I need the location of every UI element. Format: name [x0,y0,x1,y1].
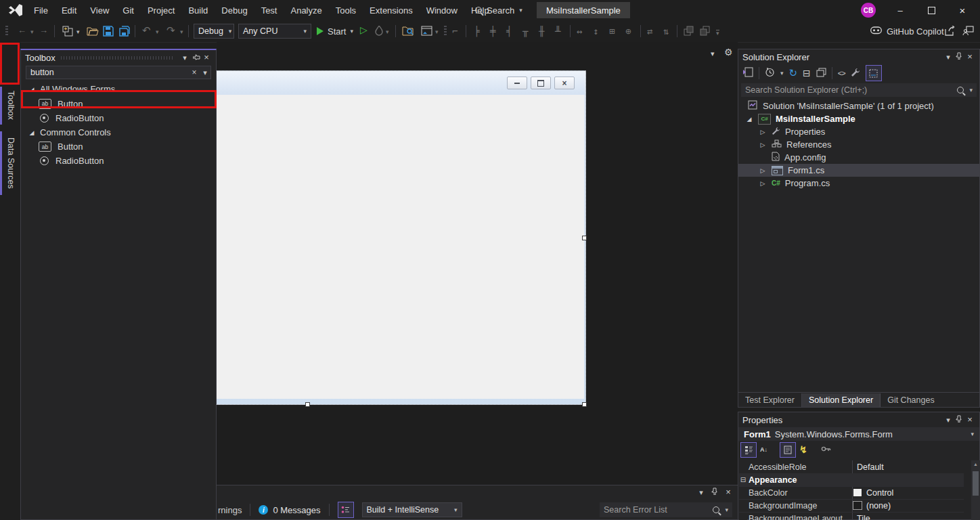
close-button[interactable]: × [947,0,978,20]
toolbox-group-common-controls[interactable]: ◢ Common Controls [21,125,216,139]
feedback-icon[interactable] [962,26,974,38]
save-icon[interactable] [103,26,114,39]
toolbox-item-button-2[interactable]: ab Button [21,139,216,154]
toolbox-header[interactable]: Toolbox ▾ × [21,50,216,65]
menu-debug[interactable]: Debug [215,5,254,16]
make-same-width-icon[interactable]: ↔ [577,26,582,37]
solution-explorer-search-input[interactable] [741,85,957,95]
undo-icon[interactable]: ↶ [142,24,151,37]
align-tops-icon[interactable]: ╥ [522,26,528,37]
align-middles-icon[interactable]: ╫ [539,26,544,37]
property-row-backcolor[interactable]: BackColor Control [739,486,964,500]
error-list-filter-dropdown[interactable]: Build + IntelliSense ▾ [362,502,462,517]
configuration-dropdown[interactable]: Debug ▾ [194,24,234,39]
menu-extensions[interactable]: Extensions [363,5,420,16]
properties-object-dropdown[interactable]: Form1 System.Windows.Forms.Form ▾ [738,427,979,441]
error-list-search-input[interactable] [600,505,713,515]
properties-wrench-icon[interactable] [851,68,860,79]
new-project-icon[interactable] [62,26,74,39]
toolbox-item-radiobutton[interactable]: RadioButton [21,111,216,125]
category-collapse-icon[interactable]: ⊟ [739,476,747,483]
new-project-chevron-icon[interactable]: ▾ [76,29,80,35]
document-title-box[interactable]: MsiInstallerSample [537,2,630,18]
resize-handle-right-middle[interactable] [582,236,587,240]
menu-project[interactable]: Project [141,5,181,16]
navigate-back-icon[interactable]: ← [18,25,26,35]
toolbar-grip[interactable] [5,26,8,37]
solution-explorer-header[interactable]: Solution Explorer ▾ × [738,49,979,64]
scrollbar-thumb[interactable] [973,471,979,496]
pin-icon[interactable] [954,51,964,62]
property-pages-button[interactable] [821,445,831,455]
document-well-settings-icon[interactable]: ⚙ [724,47,733,58]
messages-button-label[interactable]: 0 Messages [273,505,320,515]
form-title-bar[interactable]: × [217,71,585,95]
toolbox-item-button[interactable]: ab Button [21,96,216,111]
close-icon[interactable]: × [723,487,734,498]
minimize-button[interactable]: – [885,0,916,20]
property-value[interactable]: Control [866,488,893,498]
menu-tools[interactable]: Tools [329,5,363,16]
properties-header[interactable]: Properties ▾ × [738,412,979,427]
events-button[interactable]: ↯ [799,444,807,455]
form-close-button[interactable]: × [554,77,575,89]
menu-view[interactable]: View [83,5,116,16]
error-list-menu-icon[interactable]: ▾ [696,487,707,498]
show-all-files-button[interactable] [866,65,882,81]
property-row-backgroundimagelayout[interactable]: BackgroundImageLayout Tile [739,512,964,520]
property-value[interactable]: (none) [866,501,891,511]
toolbox-search[interactable]: × ▾ [26,66,211,79]
property-category-appearance[interactable]: ⊟ Appearance [739,473,964,487]
tab-git-changes[interactable]: Git Changes [881,393,941,407]
tree-row-form1[interactable]: ▷ Form1.cs [738,164,979,177]
align-centers-icon[interactable]: ╪ [490,26,495,37]
close-icon[interactable]: × [964,51,975,62]
navigate-forward-icon[interactable]: → [39,25,48,35]
make-same-height-icon[interactable]: ↕ [593,26,598,37]
redo-chevron-icon[interactable]: ▾ [180,29,183,35]
titlebar-search[interactable]: Search ▾ [475,0,522,20]
find-in-files-icon[interactable] [402,26,414,38]
collapse-all-icon[interactable]: ⊟ [803,68,811,79]
github-copilot-button[interactable]: GitHub Copilot [870,23,944,39]
pin-icon[interactable] [954,414,964,425]
pin-icon[interactable] [190,52,201,63]
toolbox-item-radiobutton-2[interactable]: RadioButton [21,154,216,168]
tree-row-properties[interactable]: ▷ Properties [738,125,979,138]
menu-window[interactable]: Window [420,5,464,16]
scrollbar-up-icon[interactable]: ▲ [973,462,978,467]
pending-changes-filter-icon[interactable] [765,67,775,79]
align-lefts-icon[interactable]: ╞ [474,26,479,37]
tree-row-references[interactable]: ▷ References [738,138,979,151]
menu-analyze[interactable]: Analyze [284,5,328,16]
designed-form[interactable]: × [217,70,586,405]
document-well-dropdown-icon[interactable]: ▾ [711,50,715,58]
menu-test[interactable]: Test [254,5,284,16]
warnings-button-label[interactable]: rnings [218,505,242,515]
maximize-button[interactable] [916,0,947,20]
menu-file[interactable]: File [27,5,55,16]
align-bottoms-icon[interactable]: ╨ [555,26,560,37]
sidebar-tab-toolbox[interactable]: Toolbox [0,87,20,125]
vertical-spacing-icon[interactable]: ⇅ [663,26,669,37]
preview-chevron-icon[interactable]: ▾ [435,29,439,35]
align-rights-icon[interactable]: ╡ [506,26,512,37]
filter-chevron-icon[interactable]: ▾ [780,70,784,77]
solution-explorer-menu-icon[interactable]: ▾ [943,51,954,62]
form-client-area[interactable] [217,95,584,399]
resize-handle-bottom-center[interactable] [305,402,310,407]
tree-row-app-config[interactable]: App.config [738,151,979,164]
property-value[interactable]: Tile [857,514,870,520]
sidebar-tab-data-sources[interactable]: Data Sources [0,131,20,195]
properties-menu-icon[interactable]: ▾ [943,414,954,425]
tree-row-program[interactable]: ▷ C# Program.cs [738,177,979,190]
share-icon[interactable] [945,26,956,38]
property-value[interactable]: Default [857,462,884,472]
menu-build[interactable]: Build [181,5,215,16]
solution-explorer-search[interactable]: ▾ [741,83,977,97]
toolbox-menu-icon[interactable]: ▾ [179,52,190,63]
property-row-backgroundimage[interactable]: BackgroundImage (none) [739,499,964,513]
messages-filter-button[interactable] [338,502,354,518]
clear-search-icon[interactable]: × [189,67,200,78]
send-to-back-icon[interactable] [700,26,710,38]
